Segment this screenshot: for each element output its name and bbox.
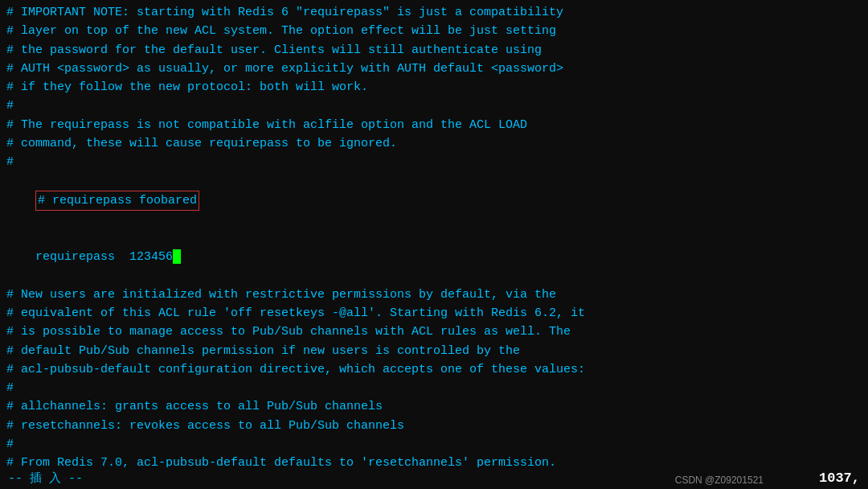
line-16: # acl-pubsub-default configuration direc…: [6, 360, 862, 379]
commented-requirepass-text: # requirepass foobared: [35, 191, 199, 211]
line-20: #: [6, 435, 862, 454]
line-2: # layer on top of the new ACL system. Th…: [6, 22, 862, 40]
status-position: 1037,: [819, 471, 860, 486]
line-19: # resetchannels: revokes access to all P…: [6, 417, 862, 435]
line-17: #: [6, 379, 862, 397]
terminal[interactable]: # IMPORTANT NOTE: starting with Redis 6 …: [0, 0, 868, 489]
line-13: # equivalent of this ACL rule 'off reset…: [6, 304, 862, 323]
line-18: # allchannels: grants access to all Pub/…: [6, 397, 862, 416]
requirepass-value: requirepass 123456: [35, 250, 173, 264]
line-8: # command, these will cause requirepass …: [6, 134, 862, 153]
line-5: # if they follow the new protocol: both …: [6, 78, 862, 97]
cursor: [173, 249, 181, 264]
line-active-requirepass: requirepass 123456: [6, 229, 862, 286]
line-commented-requirepass: # requirepass foobared: [6, 171, 862, 229]
line-3: # the password for the default user. Cli…: [6, 41, 862, 60]
line-4: # AUTH <password> as usually, or more ex…: [6, 60, 862, 78]
line-7: # The requirepass is not compatible with…: [6, 116, 862, 134]
line-9: #: [6, 153, 862, 171]
line-15: # default Pub/Sub channels permission if…: [6, 342, 862, 360]
line-12: # New users are initialized with restric…: [6, 286, 862, 304]
status-mode: -- 插 入 --: [8, 471, 83, 486]
watermark: CSDN @Z09201521: [675, 475, 764, 486]
line-6: #: [6, 97, 862, 115]
line-14: # is possible to manage access to Pub/Su…: [6, 323, 862, 341]
line-1: # IMPORTANT NOTE: starting with Redis 6 …: [6, 3, 862, 22]
